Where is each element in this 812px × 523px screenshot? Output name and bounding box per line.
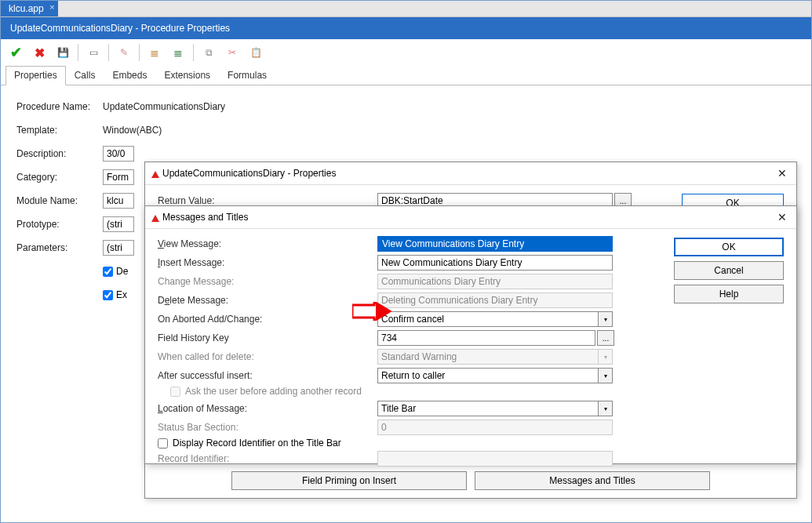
tab-extensions[interactable]: Extensions [155, 66, 219, 85]
ask-user-checkbox: Ask the user before adding another recor… [170, 386, 784, 397]
category-input[interactable] [103, 169, 134, 185]
file-tab[interactable]: klcu.app × [1, 1, 58, 16]
cut-button[interactable]: ✂ [224, 44, 241, 61]
description-label: Description: [16, 148, 103, 159]
tab-calls[interactable]: Calls [66, 66, 104, 85]
field-history-key-label: Field History Key [158, 332, 377, 343]
view-message-input[interactable] [377, 236, 613, 252]
return-value-label: Return Value: [158, 195, 377, 206]
procedure-name-value: UpdateCommunicationsDiary [103, 101, 225, 112]
main-tabs: Properties Calls Embeds Extensions Formu… [1, 66, 811, 85]
properties-dialog-title: UpdateCommunicationsDiary - Properties [162, 168, 336, 179]
close-icon[interactable]: ✕ [774, 211, 790, 223]
change-message-label: Change Message: [158, 276, 377, 287]
close-icon[interactable]: × [49, 2, 54, 12]
description-input[interactable] [103, 146, 134, 162]
field-history-key-input[interactable] [377, 330, 595, 346]
parameters-label: Parameters: [16, 242, 103, 253]
prototype-label: Prototype: [16, 219, 103, 230]
help-button[interactable]: Help [674, 285, 784, 303]
chevron-down-icon[interactable]: ▾ [599, 368, 613, 383]
copy-button[interactable]: ⧉ [200, 44, 217, 61]
after-insert-label: After successful insert: [158, 370, 377, 381]
chevron-down-icon[interactable]: ▾ [599, 401, 613, 416]
annotation-arrow-icon [352, 302, 391, 321]
tab-formulas[interactable]: Formulas [219, 66, 275, 85]
field-history-key-browse-button[interactable]: ... [597, 330, 614, 346]
tab-embeds[interactable]: Embeds [104, 66, 155, 85]
insert-message-input[interactable] [377, 255, 613, 271]
location-message-label: Location of Message: [158, 403, 377, 414]
close-icon[interactable]: ✕ [774, 167, 790, 180]
columns-left-button[interactable]: ≣ [146, 44, 163, 61]
columns-right-button[interactable]: ≣ [169, 44, 187, 61]
tab-properties[interactable]: Properties [5, 66, 66, 85]
template-label: Template: [16, 125, 103, 136]
category-label: Category: [16, 172, 103, 183]
messages-titles-dialog-title: Messages and Titles [162, 212, 248, 223]
edit-button[interactable]: ✎ [115, 44, 133, 61]
checkbox-ex[interactable]: Ex [103, 289, 127, 300]
delete-message-input: Deleting Communications Diary Entry [377, 292, 613, 308]
module-name-label: Module Name: [16, 195, 103, 206]
display-record-checkbox[interactable]: Display Record Identifier on the Title B… [158, 438, 784, 449]
messages-titles-dialog: Messages and Titles ✕ View Message: Inse… [144, 205, 797, 464]
cancel-button[interactable]: Cancel [674, 261, 784, 280]
chevron-down-icon: ▾ [599, 349, 613, 365]
status-bar-section-input: 0 [377, 419, 613, 435]
status-bar-section-label: Status Bar Section: [158, 422, 377, 433]
delete-message-label: Delete Message: [158, 295, 377, 306]
insert-message-label: Insert Message: [158, 257, 377, 268]
when-called-delete-select: ▾ [377, 349, 613, 365]
checkbox-de[interactable]: De [103, 266, 128, 277]
paste-button[interactable]: 📋 [247, 44, 264, 61]
chevron-down-icon[interactable]: ▾ [599, 311, 613, 327]
record-identifier-input [377, 451, 613, 467]
view-message-label: View Message: [158, 238, 377, 249]
window-title-bar: UpdateCommunicationsDiary - Procedure Pr… [1, 17, 811, 39]
accept-button[interactable]: ✔ [7, 44, 24, 61]
on-aborted-select[interactable]: ▾ [377, 311, 613, 327]
file-tab-bar: klcu.app × [1, 1, 811, 17]
file-tab-label: klcu.app [9, 3, 44, 14]
window-button[interactable]: ▭ [85, 44, 102, 61]
on-aborted-label: On Aborted Add/Change: [158, 314, 377, 325]
window-title: UpdateCommunicationsDiary - Procedure Pr… [10, 23, 230, 34]
change-message-input: Communications Diary Entry [377, 274, 613, 289]
procedure-name-label: Procedure Name: [16, 101, 103, 112]
location-message-select[interactable]: ▾ [377, 401, 613, 416]
prototype-input[interactable] [103, 216, 134, 232]
app-icon [151, 215, 159, 222]
when-called-delete-label: When called for delete: [158, 351, 377, 362]
save-button[interactable]: 💾 [54, 44, 71, 61]
toolbar: ✔ ✖ 💾 ▭ ✎ ≣ ≣ ⧉ ✂ 📋 [1, 39, 811, 66]
ok-button[interactable]: OK [674, 238, 784, 256]
cancel-button[interactable]: ✖ [31, 44, 48, 61]
app-icon [151, 171, 159, 178]
module-name-input[interactable] [103, 193, 134, 209]
after-insert-select[interactable]: ▾ [377, 368, 613, 383]
template-value: Window(ABC) [103, 125, 162, 136]
record-identifier-label: Record Identifier: [158, 453, 377, 464]
parameters-input[interactable] [103, 240, 134, 256]
